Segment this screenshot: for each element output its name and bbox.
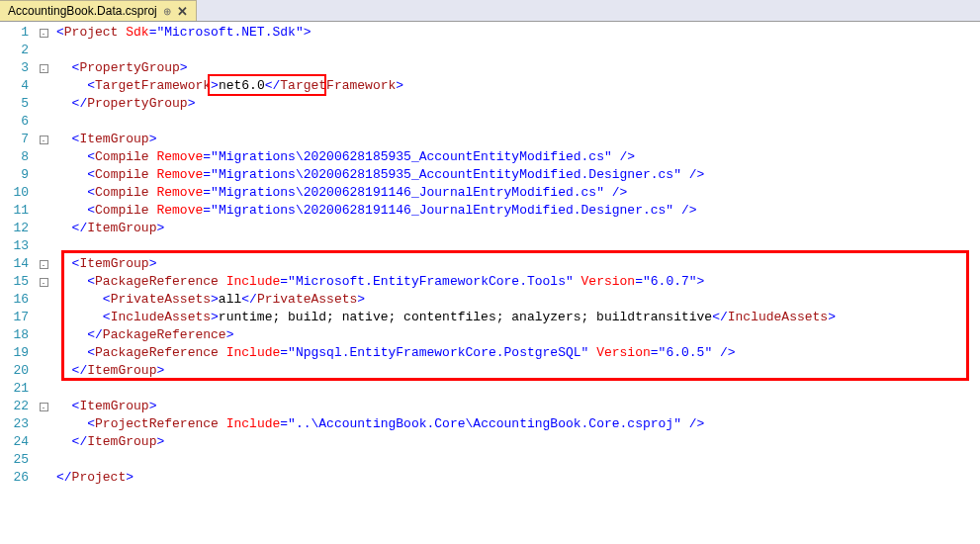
code-line[interactable]: <ItemGroup> xyxy=(56,255,980,273)
code-line[interactable]: </PropertyGroup> xyxy=(56,95,980,113)
line-number-gutter: 1234567891011121314151617181920212223242… xyxy=(0,22,35,544)
line-number: 22 xyxy=(0,398,29,415)
line-number: 24 xyxy=(0,433,29,451)
code-line[interactable] xyxy=(56,237,980,255)
fold-minus-icon[interactable]: - xyxy=(40,278,48,287)
line-number: 19 xyxy=(0,344,29,362)
line-number: 6 xyxy=(0,113,29,131)
code-line[interactable] xyxy=(56,42,980,59)
code-line[interactable]: </ItemGroup> xyxy=(56,362,980,380)
line-number: 2 xyxy=(0,42,29,59)
code-line[interactable]: <PropertyGroup> xyxy=(56,59,980,77)
code-line[interactable]: </PackageReference> xyxy=(56,326,980,344)
tab-bar: AccountingBook.Data.csproj ⊕ ✕ xyxy=(0,0,980,22)
tab-filename: AccountingBook.Data.csproj xyxy=(8,4,157,18)
code-line[interactable] xyxy=(56,380,980,398)
line-number: 17 xyxy=(0,309,29,326)
line-number: 16 xyxy=(0,291,29,309)
code-content[interactable]: <Project Sdk="Microsoft.NET.Sdk"> <Prope… xyxy=(52,22,980,544)
line-number: 1 xyxy=(0,24,29,42)
close-icon[interactable]: ✕ xyxy=(177,4,188,19)
code-line[interactable]: </ItemGroup> xyxy=(56,433,980,451)
line-number: 11 xyxy=(0,202,29,220)
line-number: 8 xyxy=(0,148,29,166)
code-line[interactable]: <Project Sdk="Microsoft.NET.Sdk"> xyxy=(56,24,980,42)
line-number: 10 xyxy=(0,184,29,202)
code-line[interactable]: <Compile Remove="Migrations\202006281911… xyxy=(56,202,980,220)
code-line[interactable]: <ProjectReference Include="..\Accounting… xyxy=(56,415,980,433)
line-number: 23 xyxy=(0,415,29,433)
code-line[interactable]: <Compile Remove="Migrations\202006281859… xyxy=(56,148,980,166)
line-number: 25 xyxy=(0,451,29,469)
line-number: 5 xyxy=(0,95,29,113)
code-line[interactable]: <ItemGroup> xyxy=(56,131,980,148)
code-line[interactable]: <PackageReference Include="Microsoft.Ent… xyxy=(56,273,980,291)
code-line[interactable]: </ItemGroup> xyxy=(56,220,980,237)
fold-minus-icon[interactable]: - xyxy=(40,260,48,269)
fold-minus-icon[interactable]: - xyxy=(40,136,48,144)
code-line[interactable]: <PrivateAssets>all</PrivateAssets> xyxy=(56,291,980,309)
line-number: 4 xyxy=(0,77,29,95)
fold-minus-icon[interactable]: - xyxy=(40,29,48,38)
code-line[interactable]: <Compile Remove="Migrations\202006281859… xyxy=(56,166,980,184)
line-number: 7 xyxy=(0,131,29,148)
code-line[interactable]: <PackageReference Include="Npgsql.Entity… xyxy=(56,344,980,362)
code-line[interactable]: <IncludeAssets>runtime; build; native; c… xyxy=(56,309,980,326)
line-number: 15 xyxy=(0,273,29,291)
pin-icon[interactable]: ⊕ xyxy=(163,6,171,17)
fold-minus-icon[interactable]: - xyxy=(40,403,48,411)
line-number: 3 xyxy=(0,59,29,77)
file-tab-active[interactable]: AccountingBook.Data.csproj ⊕ ✕ xyxy=(0,0,197,21)
line-number: 20 xyxy=(0,362,29,380)
code-line[interactable]: </Project> xyxy=(56,469,980,487)
line-number: 18 xyxy=(0,326,29,344)
line-number: 14 xyxy=(0,255,29,273)
line-number: 21 xyxy=(0,380,29,398)
editor-area: 1234567891011121314151617181920212223242… xyxy=(0,22,980,544)
line-number: 13 xyxy=(0,237,29,255)
line-number: 9 xyxy=(0,166,29,184)
code-line[interactable] xyxy=(56,451,980,469)
fold-gutter: ------ xyxy=(35,22,52,544)
line-number: 26 xyxy=(0,469,29,487)
line-number: 12 xyxy=(0,220,29,237)
code-line[interactable]: <Compile Remove="Migrations\202006281911… xyxy=(56,184,980,202)
fold-minus-icon[interactable]: - xyxy=(40,64,48,73)
code-line[interactable]: <ItemGroup> xyxy=(56,398,980,415)
code-line[interactable] xyxy=(56,113,980,131)
code-line[interactable]: <TargetFramework>net6.0</TargetFramework… xyxy=(56,77,980,95)
